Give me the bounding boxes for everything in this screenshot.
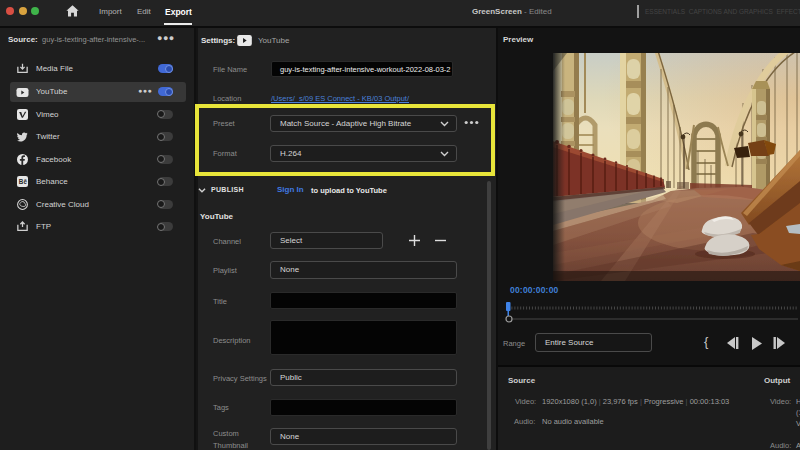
svg-text:Bē: Bē [19,178,28,185]
